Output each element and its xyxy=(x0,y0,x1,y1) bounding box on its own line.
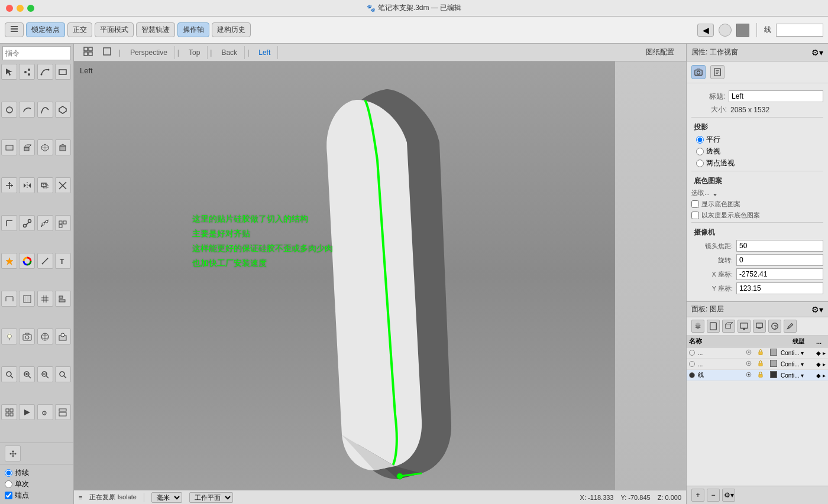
environment-tool[interactable] xyxy=(37,329,53,344)
viewport-grid-icon[interactable] xyxy=(79,44,98,60)
tab-left[interactable]: Left xyxy=(251,46,278,59)
layer-color-cell[interactable] xyxy=(766,360,781,368)
layer-color-cell[interactable] xyxy=(766,371,781,379)
hatch-tool[interactable] xyxy=(19,291,35,307)
align-tool[interactable] xyxy=(55,291,71,307)
title-field[interactable] xyxy=(729,90,823,102)
layer-more-cell[interactable]: ◆ ▸ xyxy=(816,361,826,368)
select-tool[interactable] xyxy=(1,64,17,80)
layout-tool[interactable] xyxy=(55,404,71,420)
layers-add-button[interactable]: + xyxy=(691,489,704,502)
rectangle-tool[interactable] xyxy=(55,64,71,80)
surface-tool[interactable] xyxy=(1,139,17,155)
layers-help-icon-button[interactable]: ? xyxy=(768,320,781,333)
layer-lock-cell[interactable] xyxy=(755,349,766,357)
x-coord-input[interactable] xyxy=(736,268,823,280)
extrude-tool[interactable] xyxy=(19,139,35,155)
snap-grid-button[interactable]: 锁定格点 xyxy=(26,22,65,37)
mirror-tool[interactable] xyxy=(19,177,35,193)
sidebar-toggle-button[interactable] xyxy=(5,22,24,37)
curve-tool[interactable] xyxy=(37,64,53,80)
layer-vis-cell[interactable] xyxy=(743,360,755,368)
point-tool[interactable] xyxy=(19,64,35,80)
ortho-button[interactable]: 正交 xyxy=(67,22,92,37)
workplane-select[interactable]: 工作平面 xyxy=(189,492,233,503)
history-tool[interactable] xyxy=(55,215,71,231)
mesh-tool[interactable] xyxy=(37,139,53,155)
layer-linetype-cell[interactable]: Conti... ▾ xyxy=(781,361,816,368)
layers-monitor-icon-button[interactable] xyxy=(753,320,766,333)
layers-3d-icon-button[interactable] xyxy=(722,320,735,333)
history-button[interactable]: 建构历史 xyxy=(212,22,251,37)
viewport-canvas[interactable]: Left 这里的贴片硅胶做了切入的结构 主要是好对齐贴 xyxy=(74,61,686,490)
layer-linetype-cell[interactable]: Conti... ▾ xyxy=(781,350,816,356)
render-tool[interactable] xyxy=(19,404,35,420)
layer-row[interactable]: ... Conti... ▾ xyxy=(687,347,828,359)
circle-tool[interactable] xyxy=(1,102,17,118)
two-point-radio[interactable] xyxy=(696,160,704,167)
rotate-view-tool[interactable] xyxy=(55,366,71,382)
panel-gear-icon[interactable]: ⚙▾ xyxy=(811,48,823,57)
linetype-dropdown-icon[interactable]: ▾ xyxy=(801,350,804,356)
solid-tool[interactable] xyxy=(55,139,71,155)
layer-arrow-icon[interactable]: ▸ xyxy=(823,350,826,356)
operation-axis-button[interactable]: 操作轴 xyxy=(177,22,209,37)
stop-button[interactable] xyxy=(736,24,749,37)
offset-tool[interactable] xyxy=(37,177,53,193)
light-tool[interactable] xyxy=(1,329,17,344)
search-tool[interactable] xyxy=(1,366,17,382)
arc-tool[interactable] xyxy=(19,102,35,118)
move-tool[interactable] xyxy=(5,446,21,461)
linetype-dropdown-icon[interactable]: ▾ xyxy=(801,372,804,379)
material-tool[interactable] xyxy=(55,329,71,344)
tab-top[interactable]: Top xyxy=(182,46,208,59)
freeform-tool[interactable] xyxy=(37,102,53,118)
edit-point-tool[interactable] xyxy=(37,215,53,231)
layer-arrow-icon[interactable]: ▸ xyxy=(823,361,826,368)
fillet-tool[interactable] xyxy=(1,215,17,231)
layer-linetype-cell[interactable]: Conti... ▾ xyxy=(781,372,816,379)
maximize-button[interactable] xyxy=(27,5,34,12)
parallel-radio[interactable] xyxy=(696,136,704,144)
camera-view-button[interactable] xyxy=(691,65,706,79)
color-wheel-tool[interactable] xyxy=(19,253,35,269)
y-coord-input[interactable] xyxy=(736,282,823,294)
record-button[interactable] xyxy=(719,24,732,37)
script-tool[interactable]: ⚙ xyxy=(37,404,53,420)
snap-continue-radio[interactable] xyxy=(5,469,12,477)
layer-more-cell[interactable]: ◆ ▸ xyxy=(816,372,826,379)
layers-stack-icon-button[interactable] xyxy=(691,320,704,333)
layers-remove-button[interactable]: − xyxy=(707,489,720,502)
measure-tool[interactable] xyxy=(37,253,53,269)
layers-pen-icon-button[interactable] xyxy=(784,320,797,333)
perspective-radio[interactable] xyxy=(696,148,704,155)
layer-vis-cell[interactable] xyxy=(743,349,755,357)
layer-color-cell[interactable] xyxy=(766,349,781,357)
grid-tool[interactable] xyxy=(37,291,53,307)
view-tool[interactable] xyxy=(1,404,17,420)
show-bg-check[interactable] xyxy=(691,200,699,208)
snap-once-radio[interactable] xyxy=(5,480,12,488)
unit-select[interactable]: 毫米 厘米 米 xyxy=(151,492,182,503)
close-button[interactable] xyxy=(6,5,13,12)
viewport-config-button[interactable]: 图纸配置 xyxy=(639,45,681,60)
layer-more-cell[interactable]: ◆ ▸ xyxy=(816,350,826,356)
layer-lock-cell[interactable] xyxy=(755,371,766,379)
focal-input[interactable] xyxy=(736,240,823,252)
polygon-tool[interactable] xyxy=(55,102,71,118)
blend-tool[interactable] xyxy=(19,215,35,231)
nav-back-button[interactable]: ◀ xyxy=(697,24,714,37)
trim-tool[interactable] xyxy=(55,177,71,193)
dimension-tool[interactable] xyxy=(1,291,17,307)
layer-row[interactable]: ... Conti... ▾ xyxy=(687,359,828,370)
linetype-dropdown-icon[interactable]: ▾ xyxy=(801,361,804,368)
smart-track-button[interactable]: 智慧轨迹 xyxy=(136,22,175,37)
rotation-input[interactable] xyxy=(736,254,823,266)
page-view-button[interactable] xyxy=(710,65,724,79)
layers-page-icon-button[interactable] xyxy=(707,320,720,333)
planar-button[interactable]: 平面模式 xyxy=(95,22,134,37)
minimize-button[interactable] xyxy=(17,5,24,12)
camera-icon-tool[interactable] xyxy=(19,329,35,344)
command-input[interactable] xyxy=(2,46,71,60)
tab-perspective[interactable]: Perspective xyxy=(123,46,175,59)
